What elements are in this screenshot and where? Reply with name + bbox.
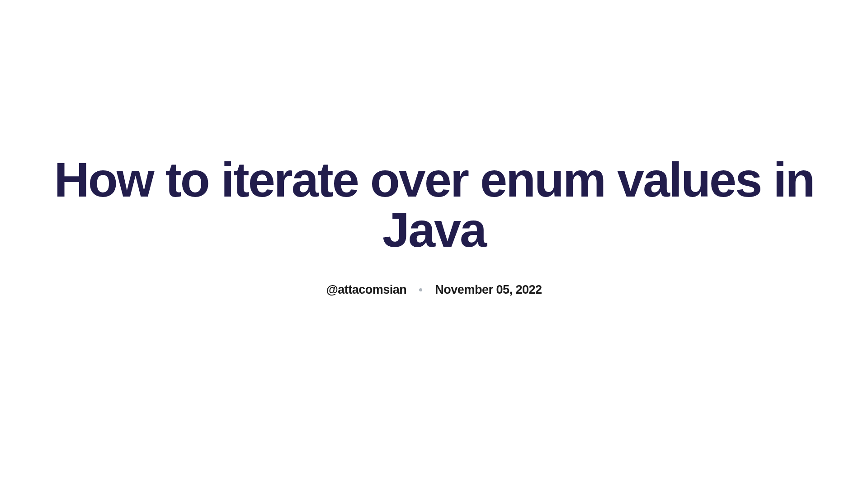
article-header: How to iterate over enum values in Java … (0, 155, 868, 296)
article-meta: @attacomsian November 05, 2022 (326, 283, 542, 297)
author-handle: @attacomsian (326, 283, 406, 297)
publish-date: November 05, 2022 (435, 283, 542, 297)
article-title: How to iterate over enum values in Java (0, 155, 868, 254)
meta-separator-dot (419, 288, 422, 291)
